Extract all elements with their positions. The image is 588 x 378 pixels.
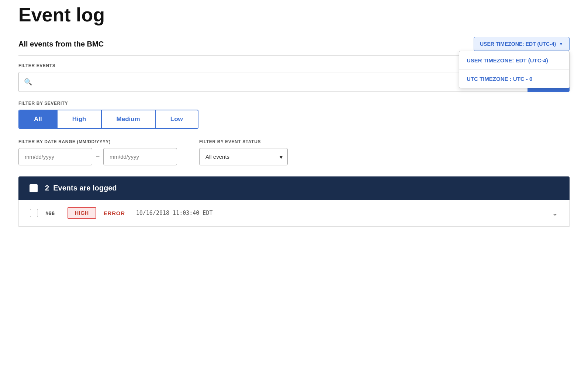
date-status-row: FILTER BY DATE RANGE (MM/DD/YYYY) – FILT… [18,139,570,165]
severity-high-button[interactable]: High [58,110,102,128]
search-icon: 🔍 [24,78,32,86]
filter-severity-label: FILTER BY SEVERITY [18,101,570,106]
date-from-input[interactable] [18,148,92,165]
events-table-header: 2 Events are logged [18,176,570,200]
date-range-section: FILTER BY DATE RANGE (MM/DD/YYYY) – [18,139,177,165]
timezone-dropdown-button[interactable]: USER TIMEZONE: EDT (UTC-4) ▼ [474,37,570,51]
page-title: Event log [18,0,570,26]
date-inputs: – [18,148,177,165]
events-logged-label: Events are logged [53,184,117,192]
date-to-input[interactable] [103,148,177,165]
events-count-text: 2 Events are logged [45,184,117,192]
section-subtitle: All events from the BMC [18,40,104,48]
section-header: All events from the BMC USER TIMEZONE: E… [18,37,570,51]
chevron-down-icon: ▼ [559,41,563,47]
severity-badge: HIGH [68,207,96,219]
severity-all-button[interactable]: All [19,110,58,128]
event-type-badge: ERROR [104,210,125,216]
timezone-dropdown-menu: USER TIMEZONE: EDT (UTC-4) UTC TIMEZONE … [459,51,570,88]
event-id: #66 [45,210,60,216]
select-all-checkbox[interactable] [30,184,38,192]
search-input-wrapper: 🔍 × [18,72,528,92]
filter-date-label: FILTER BY DATE RANGE (MM/DD/YYYY) [18,139,177,144]
timezone-option-user-edt[interactable]: USER TIMEZONE: EDT (UTC-4) [459,51,569,70]
event-status-section: FILTER BY EVENT STATUS All events Active… [199,139,288,165]
timezone-option-utc[interactable]: UTC TIMEZONE : UTC - 0 [459,70,569,88]
severity-buttons: All High Medium Low [18,110,198,129]
expand-row-button[interactable]: ⌄ [552,209,558,217]
table-row: #66 HIGH ERROR 10/16/2018 11:03:40 EDT ⌄ [18,200,570,227]
row-checkbox[interactable] [30,209,38,217]
filter-status-label: FILTER BY EVENT STATUS [199,139,288,144]
event-status-select[interactable]: All events Active Resolved [199,148,288,165]
severity-section: FILTER BY SEVERITY All High Medium Low [18,101,570,129]
events-count: 2 [45,184,49,192]
date-separator: – [96,153,100,161]
severity-low-button[interactable]: Low [156,110,198,128]
timezone-selected-label: USER TIMEZONE: EDT (UTC-4) [480,41,556,47]
severity-medium-button[interactable]: Medium [102,110,156,128]
timezone-dropdown-wrapper: USER TIMEZONE: EDT (UTC-4) ▼ USER TIMEZO… [474,37,570,51]
search-input[interactable] [35,79,516,85]
event-timestamp: 10/16/2018 11:03:40 EDT [136,210,213,216]
event-status-select-wrapper: All events Active Resolved ▾ [199,148,288,165]
